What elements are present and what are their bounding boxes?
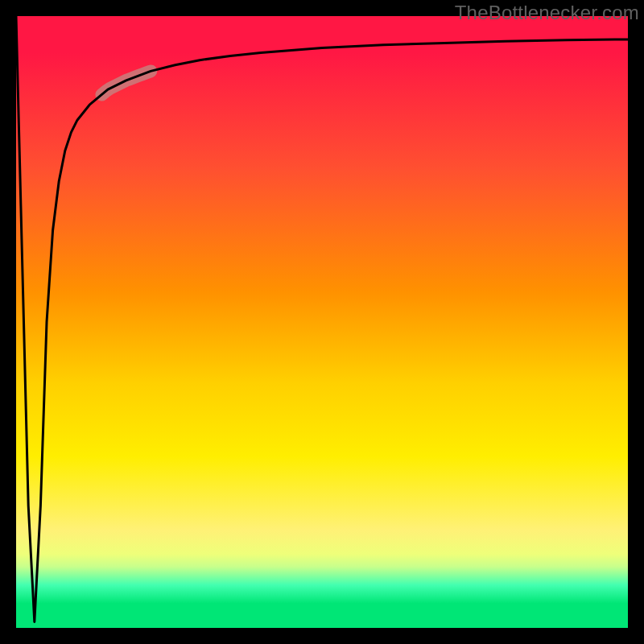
bottleneck-chart: TheBottlenecker.com	[0, 0, 644, 644]
plot-background-gradient	[16, 16, 628, 628]
watermark-text: TheBottlenecker.com	[455, 2, 639, 24]
